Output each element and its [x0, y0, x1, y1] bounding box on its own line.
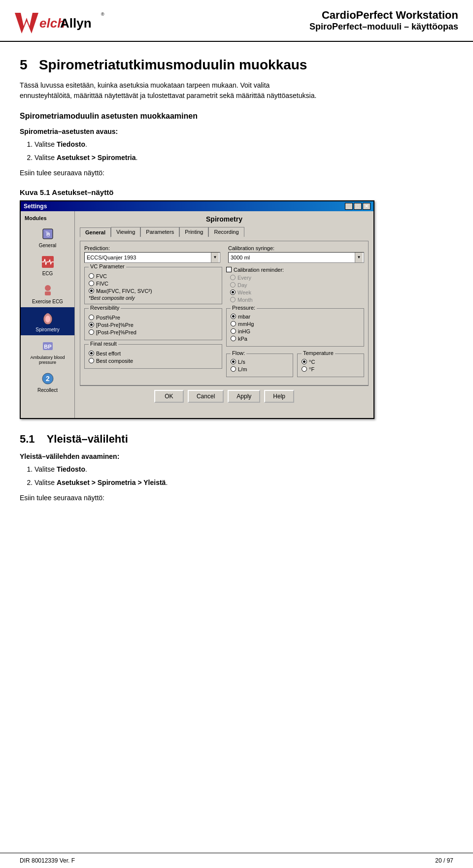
- ambulatory-icon: BP: [40, 338, 56, 354]
- maximize-button[interactable]: □: [354, 203, 362, 210]
- sidebar-label-general: General: [39, 243, 57, 248]
- pressure-mmhg-radio[interactable]: [231, 321, 236, 326]
- calibration-reminder-label: Calibration reminder:: [234, 267, 284, 273]
- tab-printing[interactable]: Printing: [179, 227, 208, 237]
- final-best-composite-radio[interactable]: [89, 358, 94, 363]
- module-name: SpiroPerfect–moduuli – käyttöopas: [108, 22, 458, 32]
- final-best-composite-item[interactable]: Best composite: [89, 358, 218, 364]
- vc-fvc-radio[interactable]: [89, 273, 94, 279]
- pressure-mbar-item[interactable]: mbar: [231, 314, 360, 320]
- calibration-reminder-checkbox[interactable]: [226, 267, 232, 272]
- tab-viewing[interactable]: Viewing: [111, 227, 140, 237]
- tab-recording[interactable]: Recording: [208, 227, 244, 237]
- rev-postpre-radio[interactable]: [89, 322, 94, 327]
- final-best-effort-radio[interactable]: [89, 351, 94, 356]
- reminder-day-radio: [230, 282, 236, 288]
- logo-area: elch Allyn ®: [10, 9, 108, 36]
- svg-text:🖱: 🖱: [44, 230, 51, 238]
- page-footer: DIR 80012339 Ver. F 20 / 97: [0, 853, 473, 868]
- reminder-every-item: Every: [230, 275, 364, 281]
- reversibility-options-list: Post%Pre [Post-Pre]%Pre [P: [89, 315, 218, 335]
- sidebar-section-label: Modules: [21, 214, 74, 223]
- reversibility-pressure-row: Reversibility Post%Pre [Post: [84, 308, 364, 381]
- pressure-inhg-item[interactable]: inHG: [231, 328, 360, 334]
- sidebar-item-ecg[interactable]: ECG: [21, 251, 74, 279]
- vc-max-item[interactable]: Max(FVC, FIVC, SVC²): [89, 288, 218, 294]
- temp-fahrenheit-radio[interactable]: [302, 366, 307, 372]
- sidebar-item-spirometry[interactable]: Spirometry: [21, 307, 74, 335]
- sidebar-label-spirometry: Spirometry: [35, 327, 59, 332]
- pressure-mmhg-label: mmHg: [238, 321, 254, 327]
- pressure-groupbox: Pressure: mbar mmHg: [226, 308, 364, 347]
- final-best-effort-item[interactable]: Best effort: [89, 351, 218, 356]
- rev-postpre-item[interactable]: [Post-Pre]%Pre: [89, 322, 218, 328]
- dialog-buttons-row: OK Cancel Apply Help: [80, 386, 369, 407]
- vc-max-radio[interactable]: [89, 288, 94, 293]
- reminder-day-item: Day: [230, 282, 364, 288]
- screen-intro-51: Esiin tulee seuraava näyttö:: [20, 493, 453, 503]
- step-51-2: Valitse Asetukset > Spirometria > Yleist…: [34, 477, 453, 489]
- tab-general[interactable]: General: [80, 227, 111, 237]
- calibration-label: Calibration syringe:: [228, 245, 364, 251]
- reminder-week-item: Week: [230, 289, 364, 295]
- pressure-kpa-radio[interactable]: [231, 336, 236, 341]
- footer-dir: DIR 80012339 Ver. F: [20, 857, 75, 864]
- ok-button[interactable]: OK: [154, 390, 184, 403]
- cancel-button[interactable]: Cancel: [188, 390, 224, 403]
- pressure-kpa-item[interactable]: kPa: [231, 336, 360, 342]
- tab-parameters[interactable]: Parameters: [140, 227, 179, 237]
- chapter-title: 5 Spirometriatutkimusmoduulin muokkaus: [20, 57, 453, 73]
- rev-post-radio[interactable]: [89, 315, 94, 320]
- sidebar-item-recollect[interactable]: 2 Recollect: [21, 368, 74, 396]
- pressure-title: Pressure:: [231, 305, 257, 311]
- prediction-select[interactable]: ECCS/Quanjer 1993 ▼: [84, 252, 220, 263]
- vc-fvc-item[interactable]: FVC: [89, 273, 218, 279]
- reversibility-groupbox: Reversibility Post%Pre [Post: [84, 308, 222, 340]
- intro-para1: Tässä luvussa esitetään, kuinka asetuksi…: [20, 80, 453, 101]
- temp-celsius-radio[interactable]: [302, 359, 307, 364]
- welchallyn-logo: elch Allyn ®: [10, 9, 108, 36]
- svg-text:®: ®: [101, 12, 104, 17]
- svg-text:2: 2: [46, 375, 50, 383]
- pressure-inhg-radio[interactable]: [231, 328, 236, 334]
- calibration-reminder-checkbox-item[interactable]: Calibration reminder:: [226, 267, 364, 273]
- sidebar-label-exercise-ecg: Exercise ECG: [32, 299, 63, 304]
- reminder-options-list: Every Day Week: [230, 275, 364, 303]
- flow-lm-item[interactable]: L/m: [231, 366, 289, 372]
- final-best-effort-label: Best effort: [96, 351, 121, 356]
- flow-ls-item[interactable]: L/s: [231, 359, 289, 365]
- vc-fivc-radio[interactable]: [89, 281, 94, 286]
- vc-fivc-item[interactable]: FIVC: [89, 281, 218, 287]
- section-heading: Spirometriamoduulin asetusten muokkaamin…: [20, 112, 453, 121]
- temp-fahrenheit-item[interactable]: °F: [302, 366, 360, 372]
- sidebar-item-ambulatory[interactable]: BP Ambulatory blood pressure: [21, 335, 74, 368]
- flow-ls-label: L/s: [238, 359, 245, 365]
- panel-title: Spirometry: [80, 215, 369, 223]
- rev-post-item[interactable]: Post%Pre: [89, 315, 218, 321]
- step-2: Valitse Asetukset > Spirometria.: [34, 152, 453, 164]
- sidebar-item-general[interactable]: 🖱 General: [21, 223, 74, 251]
- steps-51: Valitse Tiedosto. Valitse Asetukset > Sp…: [34, 463, 453, 489]
- dialog-body: Modules 🖱 General ECG: [21, 211, 373, 418]
- reversibility-group: Reversibility Post%Pre [Post: [84, 308, 222, 381]
- rev-postpred-radio[interactable]: [89, 329, 94, 335]
- vc-calibration-row: VC Parameter FVC FIVC: [84, 267, 364, 308]
- settings-right-panel: Spirometry General Viewing Parameters Pr…: [75, 211, 373, 418]
- calibration-select[interactable]: 3000 ml ▼: [228, 252, 364, 263]
- rev-postpred-item[interactable]: [Post-Pre]%Pred: [89, 329, 218, 335]
- apply-button[interactable]: Apply: [228, 390, 260, 403]
- temp-celsius-item[interactable]: °C: [302, 359, 360, 365]
- pressure-mbar-radio[interactable]: [231, 314, 236, 319]
- help-button[interactable]: Help: [264, 390, 294, 403]
- flow-lm-radio[interactable]: [231, 366, 236, 372]
- minimize-button[interactable]: _: [345, 203, 353, 210]
- flow-ls-radio[interactable]: [231, 359, 236, 364]
- flow-lm-label: L/m: [238, 366, 247, 372]
- pressure-mmhg-item[interactable]: mmHg: [231, 321, 360, 327]
- title-bar-buttons: _ □ ✕: [345, 203, 371, 210]
- sidebar-item-exercise-ecg[interactable]: Exercise ECG: [21, 279, 74, 307]
- close-button[interactable]: ✕: [363, 203, 371, 210]
- flow-title: Flow:: [231, 350, 246, 356]
- step-1: Valitse Tiedosto.: [34, 138, 453, 151]
- reminder-week-label: Week: [237, 289, 251, 295]
